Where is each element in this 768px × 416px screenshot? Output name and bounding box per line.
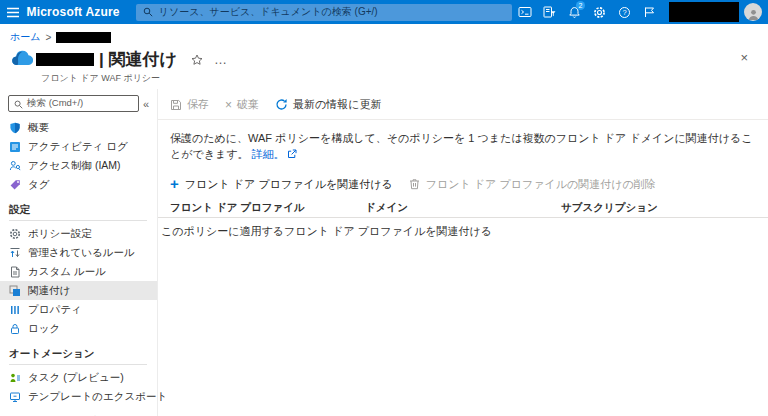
azure-top-bar: Microsoft Azure リソース、サービス、ドキュメントの検索 (G+/… — [0, 0, 768, 24]
sidebar-item-overview[interactable]: 概要 — [0, 118, 157, 137]
sidebar-item-managed-rules[interactable]: 管理されているルール — [0, 243, 157, 262]
description-text: 保護のために、WAF ポリシーを構成して、そのポリシーを 1 つまたは複数のフロ… — [170, 131, 756, 164]
associate-profile-button[interactable]: + フロント ドア プロファイルを関連付ける — [170, 177, 393, 192]
sidebar-item-label: テンプレートのエクスポート — [28, 390, 167, 404]
remove-association-label: フロント ドア プロファイルの関連付けの削除 — [426, 177, 656, 192]
sidebar-item-label: 管理されているルール — [28, 246, 135, 260]
table-empty-state-link[interactable]: このポリシーに適用するフロント ドア プロファイルを関連付ける — [158, 218, 768, 239]
activity-log-icon — [9, 141, 21, 153]
table-header-row: フロント ドア プロファイル ドメイン サブスクリプション — [158, 199, 768, 218]
refresh-label: 最新の情報に更新 — [293, 97, 382, 112]
global-search-input[interactable]: リソース、サービス、ドキュメントの検索 (G+/) — [136, 4, 512, 21]
managed-rules-icon — [9, 247, 21, 259]
svg-text:?: ? — [622, 8, 626, 17]
tasks-icon — [9, 372, 21, 384]
sidebar-group-settings: 設定 — [0, 194, 157, 220]
sidebar-search-input[interactable]: 検索 (Cmd+/) — [8, 95, 139, 112]
column-subscription[interactable]: サブスクリプション — [561, 201, 768, 215]
cloud-shell-icon[interactable] — [512, 0, 537, 24]
sidebar-item-activity-log[interactable]: アクティビティ ログ — [0, 137, 157, 156]
tag-icon — [9, 179, 21, 191]
discard-button[interactable]: × 破棄 — [225, 97, 259, 112]
properties-icon — [9, 304, 21, 316]
feedback-icon[interactable] — [637, 0, 662, 24]
settings-gear-icon[interactable] — [587, 0, 612, 24]
redacted-account-name — [669, 2, 739, 22]
breadcrumb: ホーム > — [0, 24, 768, 45]
export-template-icon — [9, 391, 21, 403]
directory-filter-icon[interactable] — [537, 0, 562, 24]
search-icon — [14, 95, 23, 113]
table-command-row: + フロント ドア プロファイルを関連付ける フロント ドア プロファイルの関連… — [170, 177, 768, 192]
discard-label: 破棄 — [237, 97, 259, 112]
search-icon — [143, 3, 153, 21]
associations-panel: 保存 × 破棄 最新の情報に更新 保護のために、WAF ポリシーを構成して、その… — [158, 89, 768, 416]
lock-icon — [9, 323, 21, 335]
sidebar-group-support: サポート + トラブルシューティング — [0, 406, 157, 416]
sidebar-item-label: タグ — [28, 178, 50, 192]
sidebar-search-placeholder: 検索 (Cmd+/) — [27, 97, 83, 110]
breadcrumb-separator: > — [45, 32, 51, 43]
hamburger-menu-icon[interactable] — [0, 0, 27, 24]
sidebar-item-policy-settings[interactable]: ポリシー設定 — [0, 224, 157, 243]
close-blade-icon[interactable]: × — [740, 50, 748, 65]
refresh-button[interactable]: 最新の情報に更新 — [275, 97, 382, 112]
notification-badge: 2 — [576, 1, 585, 10]
sidebar-item-label: ポリシー設定 — [28, 227, 92, 241]
page-title: | 関連付け — [99, 48, 177, 71]
sidebar-item-label: 関連付け — [28, 284, 70, 298]
sidebar-item-tasks-preview[interactable]: タスク (プレビュー) — [0, 368, 157, 387]
learn-more-link[interactable]: 詳細。 — [252, 148, 285, 160]
save-icon — [170, 99, 182, 111]
sidebar-item-tags[interactable]: タグ — [0, 175, 157, 194]
discard-icon: × — [225, 100, 232, 110]
associations-icon — [9, 285, 21, 297]
sidebar-item-label: ロック — [28, 322, 60, 336]
external-link-icon — [287, 148, 297, 164]
associate-profile-label: フロント ドア プロファイルを関連付ける — [185, 177, 393, 192]
page-header: | 関連付け … フロント ドア WAF ポリシー × — [0, 45, 768, 85]
plus-icon: + — [170, 178, 179, 190]
column-frontdoor-profile[interactable]: フロント ドア プロファイル — [170, 201, 365, 215]
command-toolbar: 保存 × 破棄 最新の情報に更新 — [158, 89, 768, 120]
help-icon[interactable]: ? — [612, 0, 637, 24]
sidebar-item-label: 概要 — [28, 121, 49, 135]
more-options-icon[interactable]: … — [214, 56, 228, 64]
custom-rules-icon — [9, 266, 21, 278]
divider — [9, 364, 147, 365]
azure-brand[interactable]: Microsoft Azure — [27, 5, 120, 19]
sidebar-item-label: カスタム ルール — [28, 265, 106, 279]
access-control-icon — [9, 160, 21, 172]
sidebar-item-label: アクティビティ ログ — [28, 140, 128, 154]
notifications-bell-icon[interactable]: 2 — [562, 0, 587, 24]
redacted-resource-name — [56, 32, 111, 43]
breadcrumb-home-link[interactable]: ホーム — [10, 30, 40, 44]
sidebar-item-label: アクセス制御 (IAM) — [28, 159, 121, 173]
save-label: 保存 — [187, 97, 209, 112]
favorite-star-icon[interactable] — [191, 54, 203, 66]
sidebar-item-access-control[interactable]: アクセス制御 (IAM) — [0, 156, 157, 175]
global-search-placeholder: リソース、サービス、ドキュメントの検索 (G+/) — [159, 5, 378, 19]
sidebar-item-label: プロパティ — [28, 303, 82, 317]
avatar[interactable] — [744, 3, 762, 21]
page-subtitle: フロント ドア WAF ポリシー — [41, 72, 758, 85]
redacted-policy-name — [36, 53, 94, 66]
remove-association-button[interactable]: フロント ドア プロファイルの関連付けの削除 — [409, 177, 656, 192]
blade-menu-sidebar: 検索 (Cmd+/) « 概要 アクティビティ ログ アクセス制御 (IAM) … — [0, 89, 158, 416]
shield-icon — [9, 122, 21, 134]
sidebar-item-properties[interactable]: プロパティ — [0, 300, 157, 319]
trash-icon — [409, 178, 420, 190]
sidebar-item-export-template[interactable]: テンプレートのエクスポート — [0, 387, 157, 406]
divider — [9, 220, 147, 221]
refresh-icon — [275, 98, 288, 111]
gear-icon — [9, 228, 21, 240]
sidebar-item-associations[interactable]: 関連付け — [0, 281, 157, 300]
sidebar-item-label: タスク (プレビュー) — [28, 371, 124, 385]
save-button[interactable]: 保存 — [170, 97, 209, 112]
sidebar-item-custom-rules[interactable]: カスタム ルール — [0, 262, 157, 281]
column-domain[interactable]: ドメイン — [365, 201, 561, 215]
topbar-icon-group: 2 ? — [512, 0, 768, 24]
collapse-menu-icon[interactable]: « — [139, 98, 153, 110]
waf-policy-icon — [10, 48, 33, 71]
sidebar-item-locks[interactable]: ロック — [0, 319, 157, 338]
